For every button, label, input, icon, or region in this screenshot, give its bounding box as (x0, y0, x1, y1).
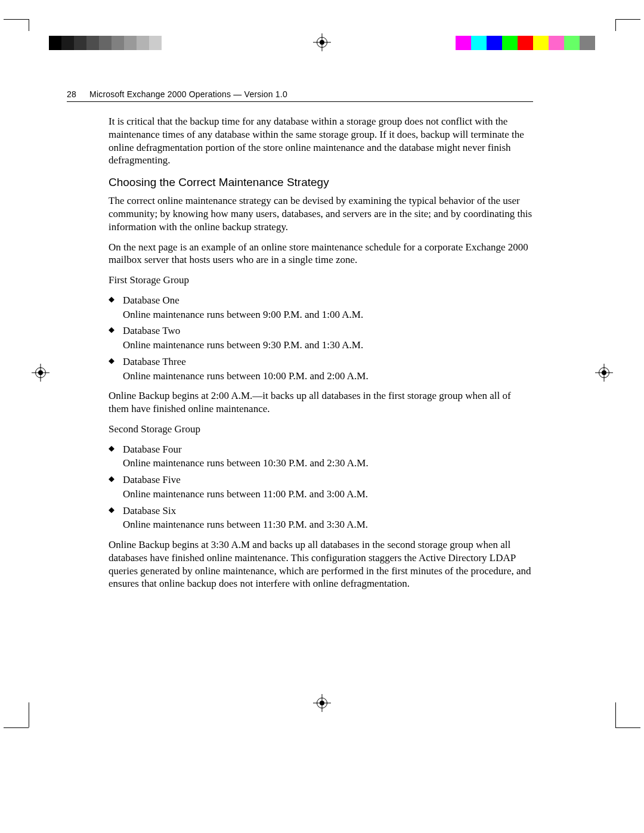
database-detail: Online maintenance runs between 10:00 P.… (123, 370, 533, 383)
crop-mark-icon (29, 702, 29, 727)
list-item: Database TwoOnline maintenance runs betw… (123, 324, 533, 352)
running-head: 28 Microsoft Exchange 2000 Operations — … (67, 89, 533, 102)
running-title: Microsoft Exchange 2000 Operations — Ver… (89, 89, 287, 99)
list-item: Database FiveOnline maintenance runs bet… (123, 473, 533, 501)
list-item: Database SixOnline maintenance runs betw… (123, 504, 533, 532)
page-body: It is critical that the backup time for … (109, 115, 533, 597)
grayscale-swatch (137, 36, 149, 50)
body-paragraph: Online Backup begins at 3:30 A.M and bac… (109, 538, 533, 590)
list-item: Database ThreeOnline maintenance runs be… (123, 355, 533, 383)
color-swatch (502, 36, 518, 50)
database-name: Database One (123, 295, 179, 306)
color-swatch (533, 36, 549, 50)
database-detail: Online maintenance runs between 11:00 P.… (123, 488, 533, 501)
color-swatch (471, 36, 487, 50)
body-paragraph: Online Backup begins at 2:00 A.M.—it bac… (109, 389, 533, 416)
grayscale-swatch (124, 36, 137, 50)
database-name: Database Six (123, 505, 176, 516)
list-item: Database FourOnline maintenance runs bet… (123, 443, 533, 470)
body-paragraph: The correct online maintenance strategy … (109, 194, 533, 233)
section-heading: Choosing the Correct Maintenance Strateg… (109, 175, 533, 190)
database-detail: Online maintenance runs between 11:30 P.… (123, 518, 533, 531)
body-paragraph: It is critical that the backup time for … (109, 115, 533, 167)
color-swatch (487, 36, 502, 50)
crop-mark-icon (615, 702, 616, 727)
page-number: 28 (67, 89, 87, 99)
database-list: Database OneOnline maintenance runs betw… (109, 294, 533, 383)
color-swatches (456, 36, 595, 50)
crop-mark-icon (615, 19, 616, 31)
database-list: Database FourOnline maintenance runs bet… (109, 443, 533, 532)
group-title: Second Storage Group (109, 423, 533, 436)
database-name: Database Two (123, 325, 180, 336)
crop-mark-icon (615, 727, 640, 728)
grayscale-swatch (86, 36, 99, 50)
color-swatch (564, 36, 580, 50)
grayscale-swatch (49, 36, 61, 50)
registration-mark-icon (597, 366, 611, 379)
crop-mark-icon (29, 19, 29, 31)
database-detail: Online maintenance runs between 9:30 P.M… (123, 339, 533, 352)
list-item: Database OneOnline maintenance runs betw… (123, 294, 533, 321)
grayscale-swatch (162, 36, 174, 50)
database-detail: Online maintenance runs between 9:00 P.M… (123, 308, 533, 321)
grayscale-swatch (74, 36, 86, 50)
crop-mark-icon (4, 19, 29, 20)
registration-mark-icon (34, 366, 47, 379)
color-swatch (456, 36, 471, 50)
crop-mark-icon (615, 19, 640, 20)
database-detail: Online maintenance runs between 10:30 P.… (123, 457, 533, 470)
registration-mark-icon (315, 696, 329, 710)
grayscale-swatch (112, 36, 124, 50)
database-name: Database Five (123, 474, 181, 485)
grayscale-swatch (149, 36, 162, 50)
database-name: Database Four (123, 444, 182, 455)
color-swatch (549, 36, 564, 50)
database-name: Database Three (123, 356, 186, 367)
crop-mark-icon (4, 727, 29, 728)
grayscale-swatches (49, 36, 174, 50)
color-swatch (580, 36, 595, 50)
body-paragraph: On the next page is an example of an onl… (109, 241, 533, 267)
grayscale-swatch (99, 36, 112, 50)
color-swatch (518, 36, 533, 50)
group-title: First Storage Group (109, 274, 533, 287)
page-root: 28 Microsoft Exchange 2000 Operations — … (0, 0, 644, 833)
registration-mark-icon (315, 36, 329, 49)
grayscale-swatch (61, 36, 74, 50)
